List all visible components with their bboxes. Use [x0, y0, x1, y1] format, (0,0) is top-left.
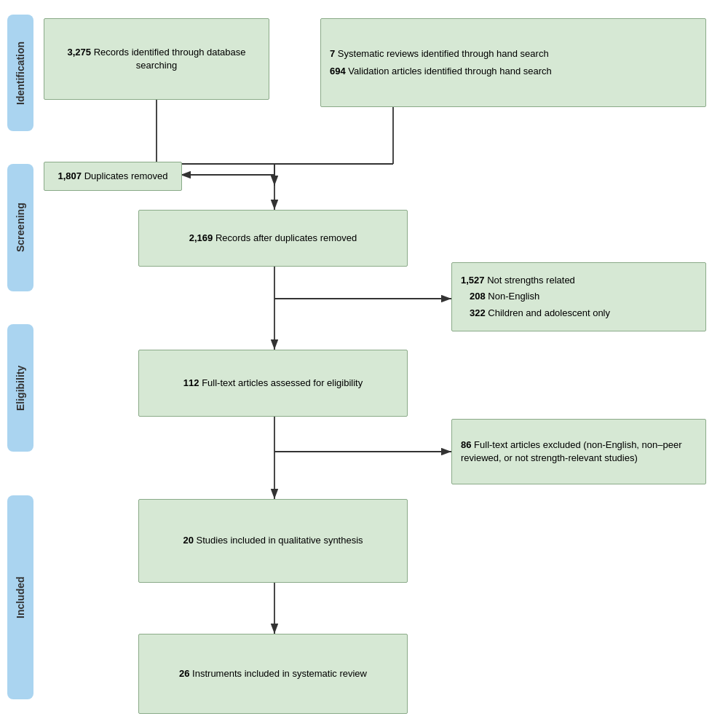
box-full-text-excluded: 86 Full-text articles excluded (non-Engl…: [451, 419, 706, 484]
box-qualitative: 20 Studies included in qualitative synth…: [138, 499, 408, 583]
label-identification: Identification: [7, 15, 33, 131]
box-instruments: 26 Instruments included in systematic re…: [138, 634, 408, 714]
box-hand-search: 7 Systematic reviews identified through …: [320, 18, 706, 107]
label-included: Included: [7, 495, 33, 699]
box-duplicates: 1,807 Duplicates removed: [44, 162, 182, 191]
box-excluded-screening: 1,527 Not strengths related 208 Non-Engl…: [451, 262, 706, 331]
box-full-text: 112 Full-text articles assessed for elig…: [138, 350, 408, 417]
prisma-diagram: Identification Screening Eligibility Inc…: [0, 0, 728, 727]
box-after-duplicates: 2,169 Records after duplicates removed: [138, 210, 408, 267]
label-screening: Screening: [7, 164, 33, 291]
box-db-search: 3,275 Records identified through databas…: [44, 18, 269, 100]
label-eligibility: Eligibility: [7, 324, 33, 452]
